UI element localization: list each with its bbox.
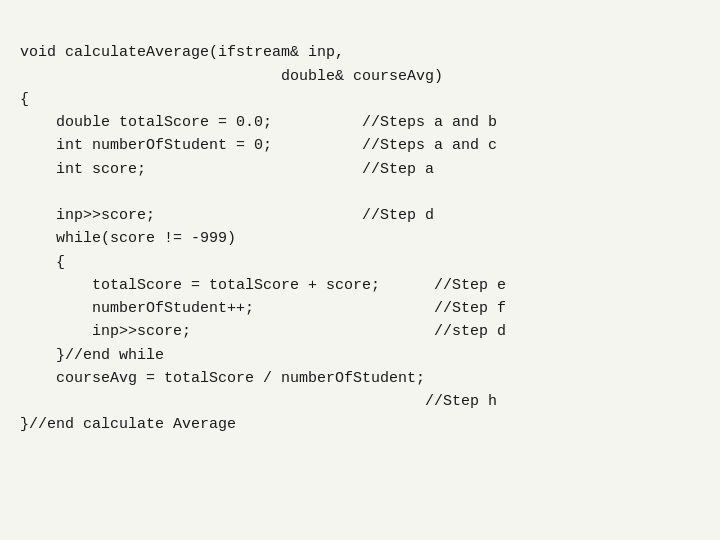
code-line-12: numberOfStudent++; //Step f <box>20 300 506 317</box>
code-display: void calculateAverage(ifstream& inp, dou… <box>0 0 720 540</box>
code-line-15: courseAvg = totalScore / numberOfStudent… <box>20 370 425 387</box>
code-line-13: inp>>score; //step d <box>20 323 506 340</box>
code-line-5: int numberOfStudent = 0; //Steps a and c <box>20 137 497 154</box>
code-line-8: inp>>score; //Step d <box>20 207 434 224</box>
code-line-14: }//end while <box>20 347 164 364</box>
code-line-7 <box>20 184 29 201</box>
code-line-17: }//end calculate Average <box>20 416 236 433</box>
code-line-2: double& courseAvg) <box>20 68 443 85</box>
code-line-6: int score; //Step a <box>20 161 434 178</box>
code-line-4: double totalScore = 0.0; //Steps a and b <box>20 114 497 131</box>
code-line-1: void calculateAverage(ifstream& inp, <box>20 44 344 61</box>
code-line-10: { <box>20 254 65 271</box>
code-line-9: while(score != -999) <box>20 230 236 247</box>
code-line-3: { <box>20 91 29 108</box>
code-line-16: //Step h <box>20 393 497 410</box>
code-line-11: totalScore = totalScore + score; //Step … <box>20 277 506 294</box>
